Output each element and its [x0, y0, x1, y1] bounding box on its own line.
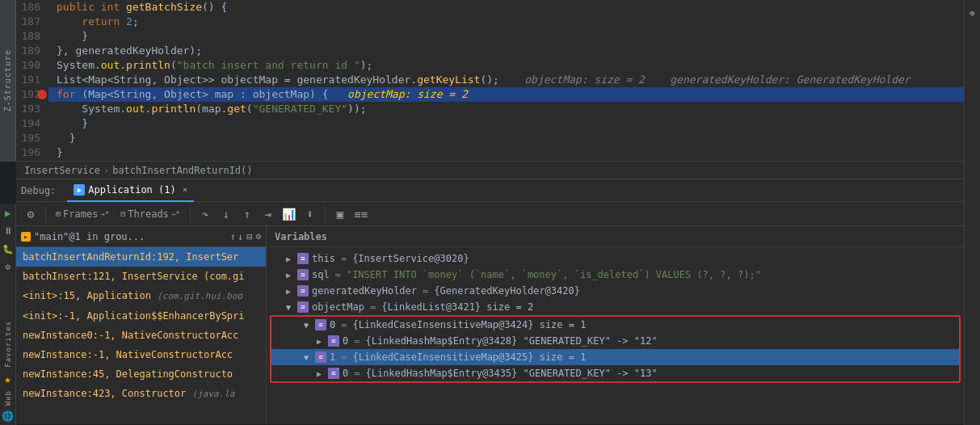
right-icon-1[interactable]: ⊕: [966, 6, 979, 19]
code-line-195: 195 }: [16, 131, 964, 145]
debug-panel: Debug: ▶ Application (1) × ⚙ ⊞ Frames →*: [16, 179, 964, 424]
debug-tabs-bar: Debug: ▶ Application (1) ×: [16, 179, 964, 202]
debug-tab-application[interactable]: ▶ Application (1) ×: [67, 179, 194, 202]
expand-map1[interactable]: ▼: [304, 353, 312, 362]
drop-frame-btn[interactable]: ⬇: [301, 204, 320, 224]
code-editor: 186 public int getBatchSize() { 187 retu…: [16, 0, 964, 162]
expand-keyholder[interactable]: ▶: [286, 287, 294, 296]
var-name-this: this: [312, 253, 335, 264]
stack-frame-0[interactable]: batchInsertAndReturnId:192, InsertSer: [16, 247, 266, 267]
play-icon[interactable]: ▶: [2, 207, 15, 220]
var-icon-entry0: ≡: [328, 335, 339, 347]
pause-icon[interactable]: ⏸: [2, 225, 15, 238]
stack-frame-7[interactable]: newInstance:423, Constructor (java.la: [16, 384, 266, 404]
expand-entry0[interactable]: ▶: [317, 337, 325, 346]
line-content-197: [48, 160, 964, 162]
var-val-map1: {LinkedCaseInsensitiveMap@3425} size = 1: [352, 351, 586, 363]
z-structure-label: Z-Structure: [3, 49, 12, 112]
threads-selector[interactable]: ⊟ Threads →*: [116, 207, 184, 221]
line-num-194: 194: [16, 116, 48, 131]
thread-down-arrow[interactable]: ↓: [238, 231, 243, 242]
line-content-193: System.out.println(map.get("GENERATED_KE…: [48, 102, 964, 116]
expand-this[interactable]: ▶: [286, 255, 294, 263]
stack-frames-list: batchInsertAndReturnId:192, InsertSer ba…: [16, 247, 266, 424]
code-line-188: 188 }: [16, 29, 964, 44]
stack-frame-2[interactable]: <init>:15, Application (com.git.hui.boo: [16, 286, 266, 306]
settings-btn[interactable]: ⚙: [21, 204, 40, 224]
variables-tree: ▶ ≡ this = {InsertService@3020} ▶ ≡ sql …: [267, 247, 964, 424]
var-row-map0[interactable]: ▼ ≡ 0 = {LinkedCaseInsensitiveMap@3424} …: [271, 317, 959, 333]
evaluate-btn[interactable]: 📊: [280, 204, 299, 224]
var-row-this[interactable]: ▶ ≡ this = {InsertService@3020}: [267, 250, 964, 267]
step-over-btn[interactable]: ↷: [196, 204, 215, 224]
run-to-cursor-btn[interactable]: ⇥: [259, 204, 278, 224]
red-highlight-box: ▼ ≡ 0 = {LinkedCaseInsensitiveMap@3424} …: [270, 315, 961, 383]
var-eq-entry1: =: [354, 368, 360, 379]
thread-selector[interactable]: ▸ "main"@1 in grou... ↑ ↓ ⊟ ⚙: [16, 226, 266, 247]
debug-icon[interactable]: 🐛: [2, 242, 15, 255]
line-content-188: }: [48, 29, 964, 44]
var-val-entry0: {LinkedHashMap$Entry@3428} "GENERATED_KE…: [365, 335, 657, 347]
expand-entry1[interactable]: ▶: [317, 369, 325, 378]
var-row-entry0[interactable]: ▶ ≡ 0 = {LinkedHashMap$Entry@3428} "GENE…: [271, 333, 959, 349]
step-out-btn[interactable]: ↑: [238, 204, 257, 224]
debug-tab-close[interactable]: ×: [183, 184, 188, 195]
var-row-objectmap[interactable]: ▼ ≡ objectMap = {LinkedList@3421} size =…: [267, 299, 964, 315]
step-into-btn[interactable]: ↓: [217, 204, 236, 224]
thread-nav-arrows[interactable]: ↑ ↓: [230, 231, 243, 242]
line-num-195: 195: [16, 131, 48, 145]
stack-frame-6[interactable]: newInstance:45, DelegatingConstructo: [16, 364, 266, 384]
left-sidebar: ▶ ⏸ 🐛 ⚙ Favorites ★ Web 🌐: [0, 204, 16, 425]
star-icon[interactable]: ★: [4, 372, 11, 385]
stack-frame-1[interactable]: batchInsert:121, InsertService (com.gi: [16, 267, 266, 286]
var-icon-objectmap: ≡: [297, 301, 309, 313]
line-num-196: 196: [16, 145, 48, 160]
toolbar-sep-2: [190, 206, 191, 222]
expand-sql[interactable]: ▶: [286, 271, 294, 280]
frame-name-6: newInstance:45, DelegatingConstructo: [23, 368, 233, 380]
var-eq-map0: =: [341, 319, 347, 330]
breadcrumb-service[interactable]: InsertService: [24, 162, 100, 179]
settings-icon[interactable]: ⚙: [255, 231, 261, 242]
var-row-entry1[interactable]: ▶ ≡ 0 = {LinkedHashMap$Entry@3435} "GENE…: [271, 365, 959, 381]
favorites-label-rotated: Favorites: [4, 321, 12, 368]
var-eq-map1: =: [341, 351, 347, 363]
var-name-objectmap: objectMap: [312, 301, 364, 313]
frames-icon: ⊞: [56, 209, 61, 218]
restore-btn[interactable]: ▣: [330, 204, 350, 224]
gear-icon[interactable]: ⚙: [2, 260, 15, 273]
columns-btn[interactable]: ≡≡: [351, 204, 371, 224]
debug-right-panel: Variables ▶ ≡ this = {InsertService@3020…: [267, 226, 964, 424]
var-icon-map1: ≡: [315, 351, 326, 363]
frames-label-text: Frames: [63, 208, 98, 220]
line-content-195: }: [48, 131, 964, 145]
var-row-keyholder[interactable]: ▶ ≡ generatedKeyHolder = {GeneratedKeyHo…: [267, 283, 964, 299]
frame-name-1: batchInsert:121, InsertService (com.gi: [23, 271, 245, 282]
expand-objectmap[interactable]: ▼: [286, 303, 294, 312]
toolbar-sep-3: [325, 206, 326, 222]
breadcrumb: InsertService › batchInsertAndReturnId(): [16, 162, 964, 179]
globe-icon[interactable]: 🌐: [2, 410, 14, 422]
stack-frame-4[interactable]: newInstance0:-1, NativeConstructorAcc: [16, 326, 266, 345]
var-row-map1[interactable]: ▼ ≡ 1 = {LinkedCaseInsensitiveMap@3425} …: [271, 349, 959, 365]
var-eq-this: =: [341, 253, 347, 264]
filter-icon[interactable]: ⊟: [246, 231, 252, 242]
z-structure-panel: Z-Structure: [0, 0, 16, 162]
stack-frame-3[interactable]: <init>:-1, Application$$EnhancerBySpri: [16, 306, 266, 326]
variables-label: Variables: [275, 231, 327, 242]
thread-up-arrow[interactable]: ↑: [230, 231, 236, 242]
var-icon-map0: ≡: [315, 319, 326, 330]
expand-map0[interactable]: ▼: [304, 321, 312, 330]
frames-selector[interactable]: ⊞ Frames →*: [51, 207, 114, 221]
frame-name-4: newInstance0:-1, NativeConstructorAcc: [23, 330, 238, 341]
stack-frame-5[interactable]: newInstance:-1, NativeConstructorAcc: [16, 345, 266, 364]
var-val-entry1: {LinkedHashMap$Entry@3435} "GENERATED_KE…: [365, 368, 657, 379]
var-row-sql[interactable]: ▶ ≡ sql = "INSERT INTO `money` (`name`, …: [267, 267, 964, 283]
app-tab-icon: ▶: [74, 184, 85, 196]
code-line-189: 189 }, generatedKeyHolder);: [16, 44, 964, 58]
toolbar-sep-1: [45, 206, 46, 222]
var-val-this: {InsertService@3020}: [352, 253, 469, 264]
line-num-191: 191: [16, 73, 48, 87]
spacer: [7, 278, 8, 316]
breadcrumb-method[interactable]: batchInsertAndReturnId(): [112, 162, 252, 179]
